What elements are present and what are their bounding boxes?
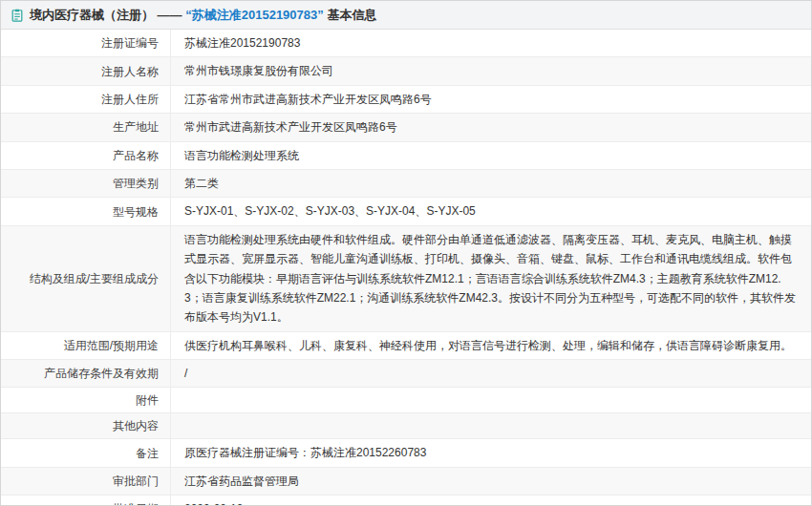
table-row: 适用范围/预期用途供医疗机构耳鼻喉科、儿科、康复科、神经科使用，对语言信号进行检…: [1, 332, 811, 360]
row-value-cell: 第二类: [171, 170, 811, 197]
row-label-cell: 注册证编号: [1, 30, 171, 56]
row-value-cell: S-YJX-01、S-YJX-02、S-YJX-03、S-YJX-04、S-YJ…: [171, 198, 811, 224]
table-row: 注册人住所江苏省常州市武进高新技术产业开发区凤鸣路6号: [1, 86, 811, 114]
table-row: 生产地址常州市武进高新技术产业开发区凤鸣路6号: [1, 114, 811, 141]
table-row: 审批部门江苏省药品监督管理局: [1, 468, 811, 495]
row-value-cell: 2020-02-10: [171, 495, 811, 506]
row-label: 注册人名称: [101, 63, 159, 80]
row-label-cell: 产品名称: [1, 142, 171, 169]
row-label: 附件: [136, 391, 159, 409]
row-value: S-YJX-01、S-YJX-02、S-YJX-03、S-YJX-04、S-YJ…: [184, 201, 476, 221]
row-value-cell: 常州市钱璟康复股份有限公司: [171, 57, 811, 84]
row-value-cell: 苏械注准20152190783: [171, 30, 811, 56]
row-label: 批准日期: [113, 500, 159, 506]
table-row: 其他内容: [1, 413, 811, 439]
row-label-cell: 型号规格: [1, 198, 171, 224]
row-label: 审批部门: [113, 473, 159, 490]
row-label-cell: 批准日期: [1, 495, 171, 506]
table-row: 产品名称语言功能检测处理系统: [1, 142, 811, 170]
row-value-cell: 常州市武进高新技术产业开发区凤鸣路6号: [171, 114, 811, 140]
row-value-cell: 语言功能检测处理系统: [171, 142, 811, 169]
page-title: 境内医疗器械（注册） —— “苏械注准20152190783” 基本信息: [30, 7, 376, 24]
row-value: 常州市武进高新技术产业开发区凤鸣路6号: [184, 117, 397, 137]
row-value: 语言功能检测处理系统: [184, 146, 299, 165]
row-value: 供医疗机构耳鼻喉科、儿科、康复科、神经科使用，对语言信号进行检测、处理，编辑和储…: [184, 336, 792, 355]
page-header: 境内医疗器械（注册） —— “苏械注准20152190783” 基本信息: [1, 1, 811, 30]
row-value: 常州市钱璟康复股份有限公司: [184, 61, 333, 80]
row-value: 语言功能检测处理系统由硬件和软件组成。硬件部分由单通道低通滤波器、隔离变压器、耳…: [184, 230, 798, 327]
row-label-cell: 适用范围/预期用途: [1, 332, 171, 359]
row-label: 注册人住所: [101, 91, 159, 108]
info-table: 注册证编号苏械注准20152190783注册人名称常州市钱璟康复股份有限公司注册…: [1, 30, 811, 506]
row-label: 管理类别: [113, 175, 159, 192]
row-label-cell: 注册人名称: [1, 57, 171, 84]
row-label: 结构及组成/主要组成成分: [30, 270, 159, 287]
row-value-cell: 供医疗机构耳鼻喉科、儿科、康复科、神经科使用，对语言信号进行检测、处理，编辑和储…: [171, 332, 811, 359]
row-label: 注册证编号: [101, 34, 159, 52]
page-title-prefix: 境内医疗器械（注册） ——: [30, 8, 185, 22]
table-row: 型号规格S-YJX-01、S-YJX-02、S-YJX-03、S-YJX-04、…: [1, 198, 811, 225]
clipboard-icon: [11, 9, 24, 22]
table-row: 注册证编号苏械注准20152190783: [1, 30, 811, 57]
row-label: 其他内容: [113, 417, 159, 434]
page-title-suffix: 基本信息: [324, 8, 377, 22]
row-label-cell: 注册人住所: [1, 86, 171, 113]
row-value: 原医疗器械注册证编号：苏械注准20152260783: [184, 443, 426, 462]
table-row: 批准日期2020-02-10: [1, 495, 811, 506]
table-row: 备注原医疗器械注册证编号：苏械注准20152260783: [1, 439, 811, 467]
row-value-cell: 原医疗器械注册证编号：苏械注准20152260783: [171, 439, 811, 466]
row-value: 苏械注准20152190783: [184, 33, 300, 53]
row-label-cell: 结构及组成/主要组成成分: [1, 226, 171, 331]
table-row: 产品储存条件及有效期/: [1, 360, 811, 388]
row-label-cell: 附件: [1, 388, 171, 412]
row-label: 型号规格: [113, 203, 159, 221]
row-value: 2020-02-10: [184, 499, 243, 506]
row-label: 适用范围/预期用途: [64, 337, 159, 354]
table-row: 附件: [1, 388, 811, 413]
row-label-cell: 管理类别: [1, 170, 171, 197]
table-row: 结构及组成/主要组成成分语言功能检测处理系统由硬件和软件组成。硬件部分由单通道低…: [1, 226, 811, 332]
row-value: /: [184, 364, 187, 383]
registration-detail-page: 境内医疗器械（注册） —— “苏械注准20152190783” 基本信息 注册证…: [0, 0, 812, 506]
row-value-cell: [171, 413, 811, 438]
row-value: 江苏省药品监督管理局: [184, 472, 299, 491]
row-label-cell: 其他内容: [1, 413, 171, 438]
row-value-cell: /: [171, 360, 811, 387]
row-value-cell: [171, 388, 811, 412]
table-row: 注册人名称常州市钱璟康复股份有限公司: [1, 57, 811, 85]
row-value-cell: 江苏省药品监督管理局: [171, 468, 811, 495]
row-label: 产品名称: [113, 147, 159, 164]
row-label: 备注: [136, 445, 159, 462]
row-value: 第二类: [184, 174, 219, 193]
row-label-cell: 审批部门: [1, 468, 171, 495]
row-label: 生产地址: [113, 118, 159, 136]
row-label-cell: 生产地址: [1, 114, 171, 140]
row-value-cell: 江苏省常州市武进高新技术产业开发区凤鸣路6号: [171, 86, 811, 113]
row-label-cell: 产品储存条件及有效期: [1, 360, 171, 387]
table-row: 管理类别第二类: [1, 170, 811, 198]
row-label-cell: 备注: [1, 439, 171, 466]
row-value-cell: 语言功能检测处理系统由硬件和软件组成。硬件部分由单通道低通滤波器、隔离变压器、耳…: [171, 226, 811, 331]
row-label: 产品储存条件及有效期: [44, 365, 159, 382]
registration-number: “苏械注准20152190783”: [185, 8, 324, 22]
row-value: 江苏省常州市武进高新技术产业开发区凤鸣路6号: [184, 90, 432, 109]
